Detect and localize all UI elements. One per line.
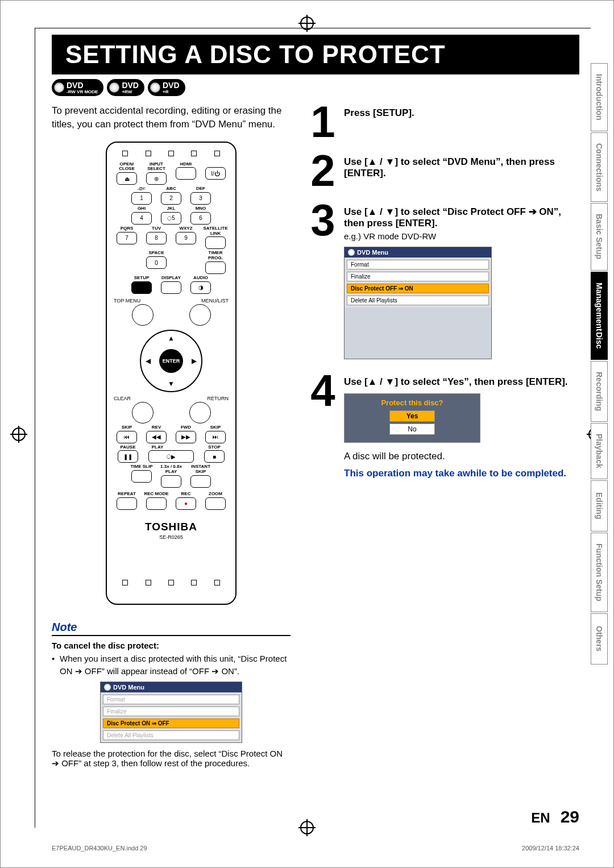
crop-line bbox=[35, 28, 35, 828]
badge-dvd-rw-vr: DVD-RW VR MODE bbox=[52, 79, 103, 96]
note-bullet: When you insert a disc protected with th… bbox=[52, 653, 291, 678]
lang-code: EN bbox=[531, 810, 550, 826]
step4-result: A disc will be protected. bbox=[344, 451, 579, 462]
page-number: 29 bbox=[561, 807, 579, 827]
tab-basic-setup: Basic Setup bbox=[591, 203, 608, 270]
disc-icon bbox=[150, 82, 160, 93]
step-1: 1 Press [SETUP]. bbox=[308, 104, 579, 139]
disc-icon bbox=[54, 82, 64, 93]
step-4: 4 Use [▲ / ▼] to select “Yes”, then pres… bbox=[308, 373, 579, 479]
page-title: SETTING A DISC TO PROTECT bbox=[52, 35, 579, 74]
intro-text: To prevent accidental recording, editing… bbox=[52, 104, 291, 131]
remote-control-diagram: OPEN/ CLOSE⏏ INPUT SELECT⊕ HDMI I/⏻ .@/:… bbox=[106, 142, 237, 605]
registration-mark-left bbox=[12, 427, 26, 441]
remote-brand: TOSHIBA bbox=[114, 521, 229, 533]
disc-badges: DVD-RW VR MODE DVD+RW DVD+R bbox=[52, 79, 579, 96]
tab-connections: Connections bbox=[591, 132, 608, 202]
osd-confirm-dialog: Protect this disc? Yes No bbox=[344, 393, 480, 443]
osd-cancel-menu: DVD Menu Format Finalize Disc Protect ON… bbox=[100, 682, 242, 743]
tab-disc-management: ManagementDisc bbox=[591, 272, 608, 360]
page-footer: EN 29 bbox=[531, 807, 579, 827]
remote-model: SE-R0265 bbox=[114, 534, 229, 540]
operation-tip: This operation may take awhile to be com… bbox=[344, 468, 579, 479]
tab-others: Others bbox=[591, 613, 608, 665]
tab-editing: Editing bbox=[591, 480, 608, 531]
disc-icon bbox=[109, 82, 119, 93]
step-3: 3 Use [▲ / ▼] to select “Disc Protect OF… bbox=[308, 202, 579, 359]
imprint-line: E7PEAUD_DR430KU_EN.indd 29 2009/12/14 18… bbox=[52, 845, 579, 852]
badge-dvd-plus-r: DVD+R bbox=[148, 79, 185, 96]
disc-icon-small bbox=[348, 249, 355, 256]
step-2: 2 Use [▲ / ▼] to select “DVD Menu”, then… bbox=[308, 153, 579, 188]
crop-line bbox=[35, 28, 591, 28]
tab-playback: Playback bbox=[591, 423, 608, 479]
tab-function-setup: Function Setup bbox=[591, 533, 608, 612]
badge-dvd-plus-rw: DVD+RW bbox=[107, 79, 144, 96]
tab-recording: Recording bbox=[591, 361, 608, 422]
note-label: Note bbox=[52, 621, 291, 636]
note-cancel-heading: To cancel the disc protect: bbox=[52, 641, 291, 650]
osd-dvd-menu: DVD Menu Format Finalize Disc Protect OF… bbox=[344, 247, 492, 359]
registration-mark-bottom bbox=[300, 821, 314, 834]
note-section: Note To cancel the disc protect: When yo… bbox=[52, 621, 291, 769]
tab-introduction: Introduction bbox=[591, 63, 608, 131]
disc-icon-small bbox=[104, 684, 111, 691]
section-tabs: Introduction Connections Basic Setup Man… bbox=[591, 63, 608, 665]
note-after-text: To release the protection for the disc, … bbox=[52, 749, 291, 769]
